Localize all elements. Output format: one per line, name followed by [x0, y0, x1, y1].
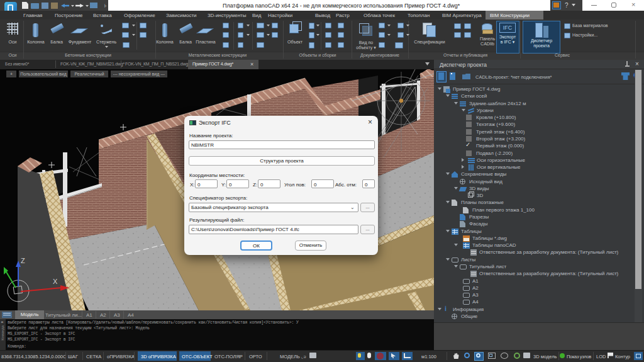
svg-text:X: X	[53, 278, 58, 285]
svg-text:Z: Z	[21, 257, 25, 264]
